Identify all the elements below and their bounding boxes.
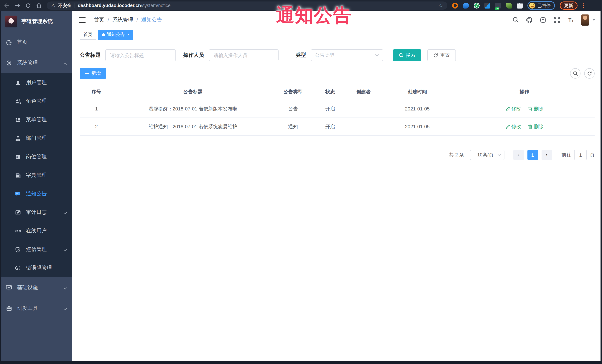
sidebar-item-departments[interactable]: 部门管理 xyxy=(0,129,72,147)
reset-button[interactable]: 重置 xyxy=(427,49,456,61)
shield-check-icon xyxy=(15,247,21,252)
trash-icon xyxy=(528,107,532,111)
delete-link[interactable]: 删除 xyxy=(528,123,544,130)
current-page-button[interactable]: 1 xyxy=(527,150,538,160)
refresh-table-button[interactable] xyxy=(584,68,595,79)
tab-notice[interactable]: 通知公告 × xyxy=(98,30,133,40)
edit-link-label: 修改 xyxy=(511,105,521,112)
edit-link[interactable]: 修改 xyxy=(505,105,521,112)
window-edge-right xyxy=(601,11,602,364)
sidebar-item-label: 基础设施 xyxy=(17,284,38,291)
close-icon[interactable]: × xyxy=(127,33,130,37)
page-size-select[interactable]: 10条/页 xyxy=(470,150,505,160)
extension-leaf-icon[interactable] xyxy=(506,3,512,9)
edit-link[interactable]: 修改 xyxy=(505,123,521,130)
sidebar-item-posts[interactable]: 岗位管理 xyxy=(0,147,72,166)
sidebar-item-system[interactable]: 系统管理 xyxy=(0,53,72,73)
extensions-puzzle-icon[interactable] xyxy=(517,3,523,9)
fullscreen-icon[interactable] xyxy=(553,17,560,23)
next-page-button[interactable]: › xyxy=(542,150,552,160)
collapse-menu-icon[interactable] xyxy=(79,17,86,22)
search-button[interactable]: 搜索 xyxy=(393,49,421,61)
breadcrumb-home[interactable]: 首页 xyxy=(94,17,104,23)
notice-title-input[interactable] xyxy=(105,49,176,61)
page-size-value: 10条/页 xyxy=(473,152,497,158)
col-type: 公告类型 xyxy=(273,85,313,100)
url-host: dashboard.yudao.iocoder.cn xyxy=(78,3,141,8)
search-icon[interactable] xyxy=(512,17,519,23)
cell-title: 维护通知：2018-07-01 若依系统凌晨维护 xyxy=(113,118,273,135)
breadcrumb-system[interactable]: 系统管理 xyxy=(112,17,133,23)
add-button[interactable]: 新增 xyxy=(80,68,106,79)
navbar-actions: ? TT xyxy=(512,14,595,25)
operator-input[interactable] xyxy=(209,49,279,61)
app-logo-row[interactable]: 芋道管理系统 xyxy=(0,11,72,32)
github-icon[interactable] xyxy=(526,17,533,23)
breadcrumb-current: 通知公告 xyxy=(141,17,162,23)
announcement-icon xyxy=(15,191,21,197)
table-row: 1 温馨提醒：2018-07-01 若依新版本发布啦 公告 开启 2021-01… xyxy=(80,100,595,118)
extension-diamond-icon[interactable] xyxy=(484,3,490,9)
security-label[interactable]: 不安全 xyxy=(58,2,72,9)
refresh-icon xyxy=(587,71,592,76)
window-edge-bottom xyxy=(0,361,602,364)
back-icon[interactable] xyxy=(4,3,10,9)
address-bar[interactable]: ⚠ 不安全 dashboard.yudao.iocoder.cn/system/… xyxy=(47,1,447,10)
monitor-chart-icon xyxy=(6,285,12,291)
sidebar-item-sms[interactable]: 短信管理 xyxy=(0,240,72,259)
system-submenu: 用户管理 角色管理 菜单管理 xyxy=(0,73,72,277)
goto-label: 前往 xyxy=(562,152,571,158)
gear-icon xyxy=(6,60,12,66)
cell-title: 温馨提醒：2018-07-01 若依新版本发布啦 xyxy=(113,100,273,118)
extension-switch-icon[interactable]: on xyxy=(495,3,501,9)
browser-profile-button[interactable]: 已暂停 xyxy=(527,1,555,10)
forward-icon[interactable] xyxy=(14,3,20,9)
toggle-search-button[interactable] xyxy=(570,68,580,79)
sidebar-item-online-users[interactable]: 在线用户 xyxy=(0,222,72,240)
url-text[interactable]: dashboard.yudao.iocoder.cn/system/notice xyxy=(78,3,171,8)
sidebar-item-infrastructure[interactable]: 基础设施 xyxy=(0,277,72,298)
sidebar-item-label: 字典管理 xyxy=(26,172,47,179)
notice-type-select[interactable]: 公告类型 xyxy=(311,49,383,61)
svg-text:?: ? xyxy=(542,18,544,22)
app-logo xyxy=(5,16,17,27)
sidebar-item-menus[interactable]: 菜单管理 xyxy=(0,110,72,129)
sidebar-item-users[interactable]: 用户管理 xyxy=(0,73,72,92)
sidebar-item-notice[interactable]: 通知公告 xyxy=(0,185,72,203)
refresh-icon xyxy=(433,53,438,58)
table-header-row: 序号 公告标题 公告类型 状态 创建者 创建时间 操作 xyxy=(80,85,595,100)
col-index: 序号 xyxy=(80,85,113,100)
operator-label: 操作人员 xyxy=(183,52,204,59)
reload-icon[interactable] xyxy=(25,3,31,9)
col-title: 公告标题 xyxy=(113,85,273,100)
sidebar-item-label: 角色管理 xyxy=(26,98,47,104)
font-size-icon[interactable]: TT xyxy=(567,17,574,23)
home-icon[interactable] xyxy=(36,3,42,9)
sidebar-item-audit-log[interactable]: 审计日志 xyxy=(0,203,72,222)
sidebar-item-roles[interactable]: 角色管理 xyxy=(0,92,72,110)
notice-title-label: 公告标题 xyxy=(80,52,100,59)
bookmark-star-icon[interactable]: ☆ xyxy=(439,3,443,8)
help-icon[interactable]: ? xyxy=(540,17,546,23)
goto-page-input[interactable] xyxy=(574,150,587,160)
prev-page-button[interactable]: ‹ xyxy=(513,150,524,160)
extensions-row: V on xyxy=(452,3,523,9)
browser-menu-icon[interactable] xyxy=(582,3,584,8)
delete-link[interactable]: 删除 xyxy=(528,105,544,112)
tab-label: 通知公告 xyxy=(107,31,125,38)
sidebar-item-dictionary[interactable]: 字典管理 xyxy=(0,166,72,185)
extension-orange-icon[interactable] xyxy=(452,3,458,9)
sidebar-item-error-codes[interactable]: 错误码管理 xyxy=(0,259,72,277)
extension-green-v-icon[interactable]: V xyxy=(474,3,480,9)
user-avatar-menu[interactable] xyxy=(581,14,595,25)
cell-actions: 修改 删除 xyxy=(454,118,595,135)
tab-home[interactable]: 首页 xyxy=(80,30,96,40)
extension-blue-drop-icon[interactable] xyxy=(463,3,469,9)
col-status: 状态 xyxy=(313,85,347,100)
sidebar-item-dev-tools[interactable]: 研发工具 xyxy=(0,298,72,319)
sidebar-item-home[interactable]: 首页 xyxy=(0,32,72,53)
browser-update-button[interactable]: 更新 xyxy=(560,1,578,10)
breadcrumb-separator: / xyxy=(137,17,138,23)
notice-table: 序号 公告标题 公告类型 状态 创建者 创建时间 操作 1 温馨提醒：2018- xyxy=(80,85,595,136)
sidebar-item-label: 菜单管理 xyxy=(26,116,47,123)
